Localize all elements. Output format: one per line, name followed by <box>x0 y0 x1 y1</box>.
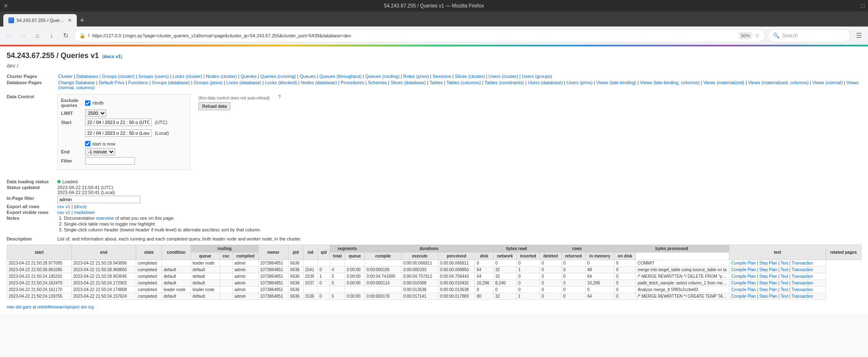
col-compile[interactable]: compile <box>364 253 401 260</box>
schemas-link[interactable]: Schemas <box>368 80 387 85</box>
functions-link[interactable]: Functions <box>128 80 148 85</box>
related-link[interactable]: Step Plan <box>759 281 777 285</box>
related-link[interactable]: Compile Plan <box>731 267 756 272</box>
back-button[interactable]: ← <box>3 30 15 41</box>
col-qid[interactable]: qid <box>318 245 330 260</box>
col-on-disk[interactable]: on disk <box>614 253 636 260</box>
forward-button[interactable]: → <box>17 30 29 41</box>
tables-columns-link[interactable]: Tables (columns) <box>446 80 481 85</box>
col-deleted[interactable]: deleted <box>540 253 561 260</box>
overview-link[interactable]: overview <box>96 216 114 221</box>
groups-privs-link[interactable]: Groups (privs) <box>193 80 223 85</box>
related-link[interactable]: Compile Plan <box>731 281 756 285</box>
home-button[interactable]: ⌂ <box>32 30 43 41</box>
col-text[interactable]: text <box>729 245 826 260</box>
locks-cluster-link[interactable]: Locks (cluster) <box>173 74 203 79</box>
col-total[interactable]: total <box>330 253 345 260</box>
queues-link[interactable]: Queues <box>300 74 316 79</box>
table-row[interactable]: 2023-04-22 21:50:24.1611702023-04-22 21:… <box>7 287 861 293</box>
browser-tab[interactable]: 54.243.67.255 / Quer... ✕ <box>3 14 77 27</box>
table-row[interactable]: 2023-04-22 21:50:28.9770852023-04-22 21:… <box>7 260 861 267</box>
sessions-link[interactable]: Sessions <box>433 74 451 79</box>
export-all-csv[interactable]: csv v1 <box>57 204 70 209</box>
col-start[interactable]: start <box>7 245 72 260</box>
col-csc[interactable]: csc <box>220 253 232 260</box>
groups-users-link[interactable]: Groups (users) <box>138 74 169 79</box>
download-button[interactable]: ↓ <box>46 30 57 41</box>
docs-link-anchor[interactable]: docs v1 <box>104 54 121 59</box>
views-late-binding-link[interactable]: Views (late-binding) <box>596 80 636 85</box>
col-inserted[interactable]: inserted <box>516 253 540 260</box>
related-link[interactable]: Compile Plan <box>731 287 756 292</box>
default-privs-link[interactable]: Default Privs <box>99 80 125 85</box>
filter-input[interactable] <box>85 157 135 165</box>
bookmark-icon[interactable]: ☆ <box>755 32 760 39</box>
export-visible-csv[interactable]: csv v1 <box>57 210 70 215</box>
views-normal-link[interactable]: Views (normal) <box>812 80 843 85</box>
users-cluster-link[interactable]: Users (cluster) <box>489 74 518 79</box>
roles-privs-link[interactable]: Roles (privs) <box>403 74 429 79</box>
related-link[interactable]: Step Plan <box>759 261 777 265</box>
col-pid[interactable]: pid <box>289 245 303 260</box>
locks-blocked-link[interactable]: Locks (blocked) <box>265 80 297 85</box>
related-link[interactable]: Step Plan <box>759 294 777 299</box>
col-end[interactable]: end <box>71 245 136 260</box>
related-link[interactable]: Text <box>780 294 788 299</box>
groups-database-link[interactable]: Groups (database) <box>152 80 190 85</box>
col-in-memory[interactable]: in memory <box>585 253 614 260</box>
col-returned[interactable]: returned <box>561 253 585 260</box>
window-close-button[interactable]: ✕ <box>3 2 8 9</box>
search-bar[interactable]: 🔍 Search <box>768 29 851 42</box>
views-materialized-link[interactable]: Views (materialized) <box>703 80 744 85</box>
end-select[interactable]: -1 minute <box>85 148 115 155</box>
table-row[interactable]: 2023-04-22 21:50:24.1624702023-04-22 21:… <box>7 280 861 287</box>
related-link[interactable]: Transaction <box>792 267 813 272</box>
databases-link[interactable]: Databases <box>76 74 98 79</box>
slices-database-link[interactable]: Slices (database) <box>391 80 426 85</box>
related-link[interactable]: Step Plan <box>759 274 777 279</box>
in-page-filter-input[interactable] <box>57 196 140 203</box>
related-link[interactable]: Transaction <box>792 294 813 299</box>
col-xid[interactable]: xid <box>303 245 318 260</box>
procedures-link[interactable]: Procedures <box>341 80 364 85</box>
related-link[interactable]: Compile Plan <box>731 294 756 299</box>
col-related[interactable]: related pages <box>826 245 861 260</box>
users-privs-link[interactable]: Users (privs) <box>567 80 592 85</box>
export-visible-markdown[interactable]: markdown <box>74 210 95 215</box>
related-link[interactable]: Text <box>780 261 788 265</box>
queues-routing-link[interactable]: Queues (routing) <box>365 74 400 79</box>
url-bar[interactable]: 🔒 ℹ https://127.0.0.1/mgrc.py?page=clust… <box>74 29 765 42</box>
col-condition[interactable]: condition <box>162 245 191 260</box>
help-icon[interactable]: ? <box>278 94 281 100</box>
footer-link[interactable]: max dot ganz at redshiftresearchproject … <box>7 305 94 309</box>
col-network[interactable]: network <box>494 253 517 260</box>
users-groups-link[interactable]: Users (groups) <box>522 74 552 79</box>
related-link[interactable]: Text <box>780 274 788 279</box>
exclude-queries-checkbox[interactable] <box>85 100 90 106</box>
reload-button[interactable]: Reload data <box>198 102 230 110</box>
start-local-input[interactable] <box>85 129 152 137</box>
new-tab-button[interactable]: + <box>77 14 88 27</box>
nodes-database-link[interactable]: Nodes (database) <box>301 80 337 85</box>
groups-cluster-link[interactable]: Groups (cluster) <box>102 74 134 79</box>
tab-close-button[interactable]: ✕ <box>68 17 72 23</box>
col-disk[interactable]: disk <box>475 253 494 260</box>
col-owner[interactable]: owner <box>258 245 289 260</box>
col-state[interactable]: state <box>136 245 162 260</box>
views-late-binding-columns-link[interactable]: Views (late-binding, columns) <box>640 80 699 85</box>
related-link[interactable]: Transaction <box>792 281 813 285</box>
change-database-link[interactable]: Change Database <box>58 80 95 85</box>
table-row[interactable]: 2023-04-22 21:50:24.1397552023-04-22 21:… <box>7 293 861 300</box>
window-maximize-button[interactable]: □ <box>861 2 865 9</box>
related-link[interactable]: Step Plan <box>759 287 777 292</box>
related-link[interactable]: Transaction <box>792 287 813 292</box>
related-link[interactable]: Compile Plan <box>731 261 756 265</box>
limit-select[interactable]: 2500 <box>85 109 106 117</box>
related-link[interactable]: Step Plan <box>759 267 777 272</box>
slices-cluster-link[interactable]: Slices (cluster) <box>455 74 485 79</box>
related-link[interactable]: Transaction <box>792 261 813 265</box>
users-database-link[interactable]: Users (database) <box>528 80 563 85</box>
tables-link[interactable]: Tables <box>430 80 443 85</box>
nodes-cluster-link[interactable]: Nodes (cluster) <box>206 74 237 79</box>
table-row[interactable]: 2023-04-22 21:50:28.9610852023-04-22 21:… <box>7 267 861 273</box>
